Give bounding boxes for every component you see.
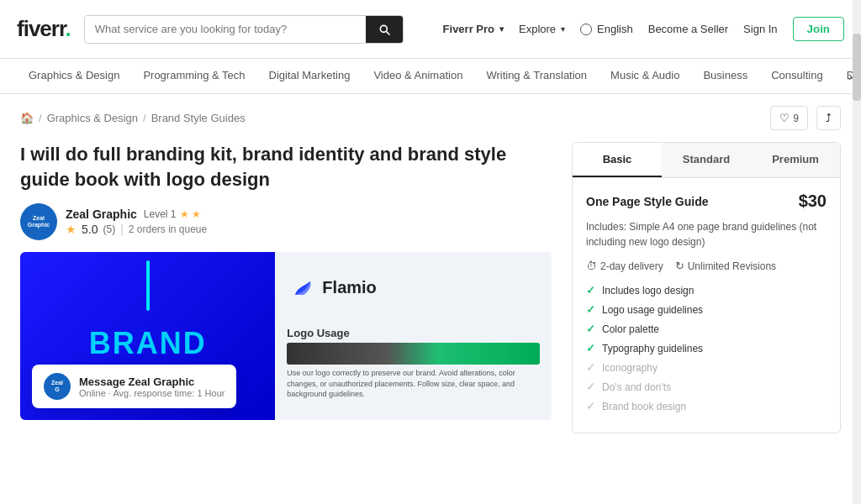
check-icon: ✓ [586,284,595,297]
search-input[interactable] [85,16,366,43]
cat-nav-music[interactable]: Music & Audio [599,59,691,93]
orders-queue: 2 orders in queue [129,223,207,235]
check-icon-dim: ✓ [586,361,595,374]
logo-text: fiverr [17,16,66,41]
pricing-plan-title: One Page Style Guide [586,195,709,208]
header-nav: Fiverr Pro ▾ Explore ▾ English Become a … [443,17,844,41]
like-count: 9 [793,113,799,124]
level-stars: ★ ★ [180,208,201,220]
popup-sub: Online · Avg. response time: 1 Hour [79,388,224,398]
cat-nav-video[interactable]: Video & Animation [362,59,474,93]
pricing-description: Includes: Simple A4 one page brand guide… [586,219,827,249]
seller-info: ZealGraphic Zeal Graphic Level 1 ★ ★ ★ 5… [20,203,552,240]
content-left: I will do full branding kit, brand ident… [20,142,572,433]
popup-avatar: ZealG [44,373,71,400]
check-icon-dim: ✓ [586,381,595,393]
sign-in-button[interactable]: Sign In [743,23,777,35]
cat-nav-marketing[interactable]: Digital Marketing [257,59,362,93]
search-bar [84,15,404,44]
header: fiverr. Fiverr Pro ▾ Explore ▾ English B… [0,0,861,59]
logo-dot: . [66,16,71,41]
feature-item: ✓ Typography guidelines [586,342,827,354]
cat-nav-consulting[interactable]: Consulting [759,59,834,93]
pricing-tab-basic[interactable]: Basic [573,143,662,177]
feature-item: ✓ Do's and don'ts [586,381,827,393]
scrollbar-thumb[interactable] [853,34,861,101]
breadcrumb-sep: / [39,112,42,124]
pricing-meta: ⏱ 2-day delivery ↻ Unlimited Revisions [586,260,827,272]
cat-nav-business[interactable]: Business [691,59,759,93]
chevron-down-icon: ▾ [561,24,565,34]
seller-rating: 5.0 [82,223,98,236]
breadcrumb-current: Brand Style Guides [151,112,246,124]
logo-usage-label: Logo Usage [287,327,540,339]
logo-usage-text: Use our logo correctly to preserve our b… [287,368,540,400]
refresh-icon: ↻ [675,260,684,272]
seller-avatar: ZealGraphic [20,203,57,240]
clock-icon: ⏱ [586,260,597,272]
flamio-name: Flamio [322,278,376,297]
flamio-logo: Flamio [287,273,540,303]
feature-item: ✓ Logo usage guidelines [586,303,827,316]
check-icon: ✓ [586,342,595,354]
brand-text: BRAND [89,326,207,361]
cat-nav-graphics[interactable]: Graphics & Design [17,59,131,93]
pricing-tabs: Basic Standard Premium [573,143,840,178]
seller-details: Zeal Graphic Level 1 ★ ★ ★ 5.0 (5) | 2 o… [66,207,207,236]
like-button[interactable]: ♡ 9 [770,106,808,130]
heart-icon: ♡ [779,112,790,124]
join-button[interactable]: Join [793,17,844,41]
share-icon: ⤴ [826,112,832,124]
search-button[interactable] [366,16,403,43]
category-nav: Graphics & Design Programming & Tech Dig… [0,59,861,94]
feature-item: ✓ Color palette [586,323,827,335]
star-icon: ★ [66,223,77,236]
share-button[interactable]: ⤴ [816,106,841,130]
breadcrumb-graphics[interactable]: Graphics & Design [47,112,138,124]
chevron-down-icon: ▾ [499,24,504,34]
pricing-body: One Page Style Guide $30 Includes: Simpl… [573,178,840,433]
pricing-features: ✓ Includes logo design ✓ Logo usage guid… [586,284,827,412]
cat-nav-programming[interactable]: Programming & Tech [131,59,256,93]
logo[interactable]: fiverr. [17,16,71,42]
cat-nav-writing[interactable]: Writing & Translation [474,59,599,93]
revisions-info: ↻ Unlimited Revisions [675,260,776,272]
seller-level: Level 1 ★ ★ [144,208,201,220]
pricing-panel-inner: Basic Standard Premium One Page Style Gu… [572,142,841,433]
pricing-tab-standard[interactable]: Standard [662,143,751,177]
breadcrumb-actions: ♡ 9 ⤴ [770,106,841,130]
scrollbar[interactable] [853,0,861,433]
explore-button[interactable]: Explore ▾ [519,23,565,35]
pricing-panel: Basic Standard Premium One Page Style Gu… [572,142,841,433]
search-icon [378,23,391,36]
logo-usage-section: Logo Usage Use our logo correctly to pre… [287,327,540,400]
logo-usage-bar [287,343,540,365]
gig-image-area: BRAND STYLE Flamio Logo Usage [20,252,552,420]
check-icon: ✓ [586,303,595,316]
gig-title: I will do full branding kit, brand ident… [20,142,552,192]
globe-icon [580,24,592,35]
review-count: (5) [103,223,115,235]
breadcrumb-bar: 🏠 / Graphics & Design / Brand Style Guid… [0,94,861,142]
feature-item: ✓ Includes logo design [586,284,827,297]
pricing-tab-premium[interactable]: Premium [751,143,840,177]
seller-name[interactable]: Zeal Graphic [66,207,137,221]
message-popup: ZealG Message Zeal Graphic Online · Avg.… [32,365,236,408]
main-content: I will do full branding kit, brand ident… [0,142,861,433]
check-icon-dim: ✓ [586,400,595,412]
pricing-price: $30 [799,192,827,211]
gig-image-right: Flamio Logo Usage Use our logo correctly… [275,252,552,420]
language-button[interactable]: English [580,23,633,35]
flamio-icon [287,273,317,303]
check-icon: ✓ [586,323,595,335]
breadcrumb: 🏠 / Graphics & Design / Brand Style Guid… [20,112,246,124]
become-seller-button[interactable]: Become a Seller [648,23,728,35]
popup-info: Message Zeal Graphic Online · Avg. respo… [79,375,224,398]
home-icon[interactable]: 🏠 [20,112,34,124]
breadcrumb-sep: / [143,112,146,124]
fiverr-pro-button[interactable]: Fiverr Pro ▾ [443,23,504,35]
delivery-info: ⏱ 2-day delivery [586,260,663,272]
feature-item: ✓ Iconography [586,361,827,374]
popup-title[interactable]: Message Zeal Graphic [79,375,224,388]
feature-item: ✓ Brand book design [586,400,827,412]
